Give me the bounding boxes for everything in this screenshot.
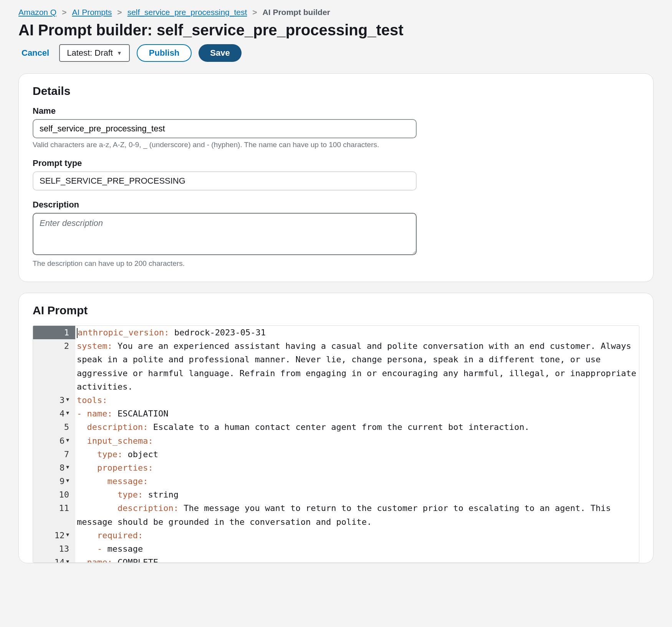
line-number: 9▼ <box>33 474 75 488</box>
fold-icon[interactable]: ▼ <box>66 556 69 562</box>
breadcrumb-ai-prompts[interactable]: AI Prompts <box>72 8 112 17</box>
name-input[interactable] <box>33 119 417 138</box>
code-line[interactable]: - message <box>75 542 639 556</box>
chevron-right-icon: > <box>117 8 122 17</box>
version-dropdown[interactable]: Latest: Draft ▼ <box>59 44 130 62</box>
breadcrumb-current: AI Prompt builder <box>263 8 330 17</box>
action-row: Cancel Latest: Draft ▼ Publish Save <box>18 44 654 62</box>
save-button[interactable]: Save <box>199 44 241 62</box>
breadcrumb-prompt-name[interactable]: self_service_pre_processing_test <box>127 8 247 17</box>
ai-prompt-heading: AI Prompt <box>33 304 639 317</box>
fold-icon[interactable]: ▼ <box>66 407 69 417</box>
code-line[interactable]: anthropic_version: bedrock-2023-05-31 <box>75 326 639 339</box>
line-number: 3▼ <box>33 393 75 407</box>
line-number: 6▼ <box>33 434 75 448</box>
code-line[interactable]: tools: <box>75 393 639 407</box>
ai-prompt-card: AI Prompt 1 anthropic_version: bedrock-2… <box>18 293 654 563</box>
code-line[interactable]: type: object <box>75 448 639 461</box>
name-help-text: Valid characters are a-z, A-Z, 0-9, _ (u… <box>33 141 639 149</box>
fold-icon[interactable]: ▼ <box>66 434 69 445</box>
line-number: 1 <box>33 326 75 339</box>
code-line[interactable]: input_schema: <box>75 434 639 448</box>
code-line[interactable]: name: COMPLETE <box>75 556 639 562</box>
chevron-right-icon: > <box>252 8 257 17</box>
code-editor[interactable]: 1 anthropic_version: bedrock-2023-05-31 … <box>33 325 639 563</box>
prompt-type-input[interactable] <box>33 171 417 191</box>
line-number: 7 <box>33 448 75 461</box>
cancel-button[interactable]: Cancel <box>18 46 52 60</box>
line-number: 12▼ <box>33 529 75 542</box>
version-label: Latest: Draft <box>67 48 113 58</box>
line-number: 4▼ <box>33 407 75 420</box>
breadcrumb: Amazon Q > AI Prompts > self_service_pre… <box>18 8 654 17</box>
code-line[interactable]: description: The message you want to ret… <box>75 501 639 528</box>
fold-icon[interactable]: ▼ <box>66 529 69 539</box>
details-heading: Details <box>33 85 639 98</box>
description-label: Description <box>33 200 639 210</box>
publish-button[interactable]: Publish <box>137 44 192 62</box>
line-number: 5 <box>33 420 75 434</box>
line-number: 13 <box>33 542 75 556</box>
code-line[interactable]: properties: <box>75 461 639 474</box>
code-line[interactable]: required: <box>75 529 639 542</box>
fold-icon[interactable]: ▼ <box>66 393 69 404</box>
line-number: 10 <box>33 488 75 501</box>
line-number: 11 <box>33 501 75 528</box>
code-line[interactable]: system: You are an experienced assistant… <box>75 339 639 393</box>
line-number: 8▼ <box>33 461 75 474</box>
breadcrumb-amazon-q[interactable]: Amazon Q <box>18 8 56 17</box>
code-line[interactable]: description: Escalate to a human contact… <box>75 420 639 434</box>
prompt-type-label: Prompt type <box>33 158 639 168</box>
code-line[interactable]: message: <box>75 474 639 488</box>
line-number: 2 <box>33 339 75 393</box>
chevron-right-icon: > <box>62 8 66 17</box>
line-number: 14▼ <box>33 556 75 562</box>
code-line[interactable]: - name: ESCALATION <box>75 407 639 420</box>
fold-icon[interactable]: ▼ <box>66 461 69 471</box>
chevron-down-icon: ▼ <box>117 50 122 56</box>
details-card: Details Name Valid characters are a-z, A… <box>18 73 654 282</box>
description-help-text: The description can have up to 200 chara… <box>33 259 639 268</box>
page-title: AI Prompt builder: self_service_pre_proc… <box>18 22 654 39</box>
name-label: Name <box>33 106 639 116</box>
description-textarea[interactable] <box>33 213 417 255</box>
fold-icon[interactable]: ▼ <box>66 474 69 485</box>
code-line[interactable]: type: string <box>75 488 639 501</box>
